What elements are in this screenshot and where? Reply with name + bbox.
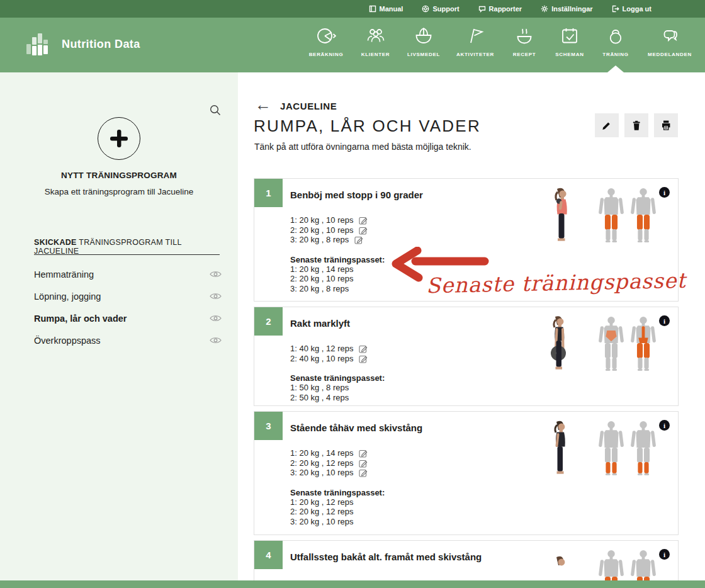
sent-heading-bold: SKICKADE xyxy=(34,238,77,247)
new-training-program: NYTT TRÄNINGSPROGRAM Skapa ett träningsp… xyxy=(0,117,238,199)
last-set-line: 3: 20 kg , 8 reps xyxy=(290,284,678,294)
muscle-front-thighs-icon xyxy=(597,188,625,243)
settings-label: Inställningar xyxy=(551,5,592,13)
nav-traning[interactable]: TRÄNING xyxy=(593,18,638,72)
last-set-line: 3: 20 kg , 10 reps xyxy=(290,517,678,527)
logout-icon xyxy=(612,5,619,13)
recipes-bowl-icon xyxy=(514,26,534,46)
sidebar-item-overkroppspass[interactable]: Överkroppspass xyxy=(34,329,222,351)
main-content: ← JACUELINE RUMPA, LÅR OCH VADER Tänk på… xyxy=(238,72,705,588)
sidebar-item-rumpa-lar-vader[interactable]: Rumpa, lår och vader xyxy=(34,307,222,329)
last-set-line: 2: 20 kg , 12 reps xyxy=(290,507,678,517)
muscle-front-abdomen-icon xyxy=(597,316,625,371)
last-session-label: Senaste träningspasset: xyxy=(290,373,678,383)
set-line: 3: 20 kg , 10 reps xyxy=(290,468,353,478)
sidebar-item-hemmatraning[interactable]: Hemmaträning xyxy=(34,263,222,285)
nav-label: MEDDELANDEN xyxy=(648,52,692,57)
info-icon[interactable]: i xyxy=(659,315,670,326)
nav-scheman[interactable]: SCHEMAN xyxy=(546,18,593,72)
program-list: Hemmaträning Löpning, jogging Rumpa, lår… xyxy=(34,263,222,351)
edit-set-icon[interactable] xyxy=(359,354,368,363)
exercise-card-3: 3 Stående tåhäv med skivstång 1: 20 kg ,… xyxy=(254,411,679,535)
program-label: Löpning, jogging xyxy=(34,291,101,302)
activities-flag-icon xyxy=(465,26,485,46)
exercise-card-2: 2 Rakt marklyft 1: 40 kg , 12 reps 2: 40… xyxy=(254,307,679,406)
set-line: 2: 20 kg , 12 reps xyxy=(290,458,353,468)
search-icon[interactable] xyxy=(210,105,221,116)
set-line: 1: 40 kg , 12 reps xyxy=(290,344,353,354)
trash-icon xyxy=(631,120,642,131)
top-utility-bar: Manual Support Rapporter Inställningar L… xyxy=(0,0,705,18)
nav-berakning[interactable]: BERÄKNING xyxy=(300,18,352,72)
program-label: Rumpa, lår och vader xyxy=(34,314,127,324)
edit-set-icon[interactable] xyxy=(359,225,368,235)
add-program-button[interactable] xyxy=(98,117,140,160)
brand[interactable]: Nutrition Data xyxy=(24,30,140,59)
nav-label: LIVSMEDEL xyxy=(407,52,440,57)
sent-programs-heading: SKICKADE TRÄNINGSPROGRAM TILL JACUELINE xyxy=(34,238,220,256)
nav-klienter[interactable]: KLIENTER xyxy=(352,18,399,72)
eye-icon[interactable] xyxy=(210,292,222,300)
brand-name: Nutrition Data xyxy=(62,38,140,51)
set-line: 3: 20 kg , 8 reps xyxy=(290,235,349,245)
info-icon[interactable]: i xyxy=(659,187,670,198)
sidebar-item-lopning[interactable]: Löpning, jogging xyxy=(34,285,222,307)
delete-program-button[interactable] xyxy=(624,113,648,137)
heading-divider xyxy=(34,254,220,255)
set-line: 1: 20 kg , 14 reps xyxy=(290,448,353,458)
new-program-subtitle: Skapa ett träningsprogram till Jacueline xyxy=(40,186,198,199)
support-link[interactable]: Support xyxy=(422,5,459,13)
manual-icon xyxy=(369,5,376,13)
settings-link[interactable]: Inställningar xyxy=(541,5,592,13)
exercise-card-1: 1 Benböj med stopp i 90 grader 1: 20 kg … xyxy=(254,178,679,302)
printer-icon xyxy=(660,120,672,131)
back-arrow-button[interactable]: ← xyxy=(255,96,271,113)
reports-link[interactable]: Rapporter xyxy=(478,5,522,13)
eye-icon[interactable] xyxy=(210,270,222,278)
muscle-back-spine-hamstrings-icon xyxy=(629,316,657,371)
nav-meddelanden[interactable]: MEDDELANDEN xyxy=(638,18,701,72)
edit-set-icon[interactable] xyxy=(359,344,368,353)
exercise-list: 1 Benböj med stopp i 90 grader 1: 20 kg … xyxy=(254,178,679,588)
new-program-title: NYTT TRÄNINGSPROGRAM xyxy=(0,171,238,180)
manual-link[interactable]: Manual xyxy=(369,5,403,13)
schedules-calendar-icon xyxy=(560,26,580,46)
edit-set-icon[interactable] xyxy=(359,448,368,458)
logout-link[interactable]: Logga ut xyxy=(612,5,651,13)
muscle-diagrams xyxy=(597,316,657,371)
print-program-button[interactable] xyxy=(654,113,678,137)
exercise-number: 3 xyxy=(254,412,283,440)
set-line: 2: 20 kg , 10 reps xyxy=(290,225,353,235)
program-label: Hemmaträning xyxy=(34,269,94,280)
nav-aktiviteter[interactable]: AKTIVITETER xyxy=(448,18,502,72)
main-nav: BERÄKNING KLIENTER LIVSMEDEL AKTIVITETER… xyxy=(300,18,701,72)
eye-icon[interactable] xyxy=(210,314,222,322)
edit-set-icon[interactable] xyxy=(359,468,368,477)
muscle-front-calves-icon xyxy=(597,421,625,476)
footer-bar xyxy=(0,580,705,588)
last-set-line: 2: 20 kg , 10 reps xyxy=(290,274,678,284)
training-kettlebell-icon xyxy=(606,26,626,46)
page-subtitle: Tänk på att utföra övningarna med bästa … xyxy=(254,142,471,152)
edit-set-icon[interactable] xyxy=(359,215,368,225)
last-set-line: 1: 20 kg , 12 reps xyxy=(290,497,678,507)
edit-set-icon[interactable] xyxy=(354,235,364,244)
muscle-back-thighs-icon xyxy=(629,188,657,243)
exercise-number: 4 xyxy=(254,541,283,569)
support-icon xyxy=(422,5,429,13)
edit-program-button[interactable] xyxy=(595,113,619,137)
plus-icon xyxy=(108,128,130,149)
reports-label: Rapporter xyxy=(489,5,522,13)
exercise-photo xyxy=(531,186,587,244)
info-icon[interactable]: i xyxy=(659,549,670,560)
info-icon[interactable]: i xyxy=(659,420,670,431)
eye-icon[interactable] xyxy=(210,336,222,344)
app-header: Nutrition Data BERÄKNING KLIENTER LIVSME… xyxy=(0,18,705,72)
support-label: Support xyxy=(432,5,459,13)
nav-livsmedel[interactable]: LIVSMEDEL xyxy=(399,18,448,72)
nutrition-data-logo-icon xyxy=(24,30,53,59)
edit-set-icon[interactable] xyxy=(359,458,368,468)
last-set-line: 2: 50 kg , 4 reps xyxy=(290,393,678,403)
nav-label: SCHEMAN xyxy=(555,52,584,57)
nav-recept[interactable]: RECEPT xyxy=(502,18,546,72)
